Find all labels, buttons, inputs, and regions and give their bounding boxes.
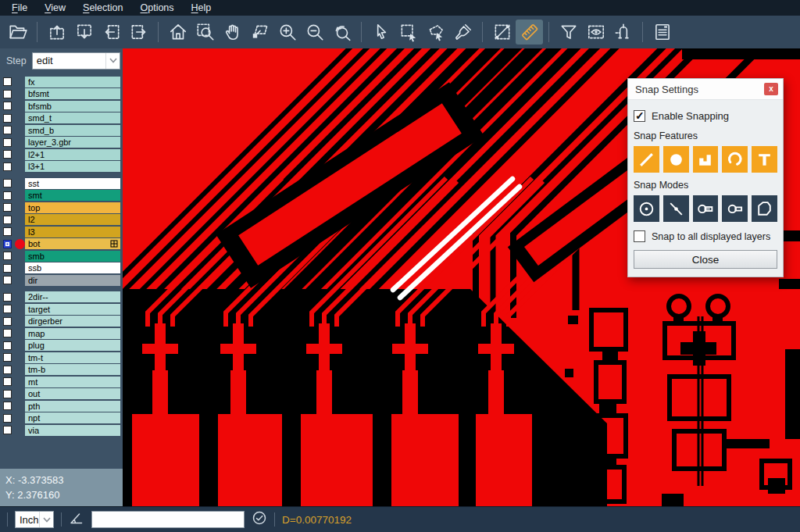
layer-row-ssb[interactable]: ssb: [0, 262, 123, 275]
pan-hand-button[interactable]: [219, 20, 246, 45]
snap-feature-text-button[interactable]: [752, 146, 777, 173]
move-view-button[interactable]: [246, 20, 273, 45]
pan-down-button[interactable]: [70, 20, 98, 45]
layer-row-l2+1[interactable]: l2+1: [0, 148, 123, 161]
layer-visibility-checkbox[interactable]: [3, 329, 12, 337]
layer-label[interactable]: bfsmt: [25, 88, 120, 99]
clean-brush-button[interactable]: [449, 20, 477, 45]
layer-label[interactable]: out: [25, 388, 120, 399]
layer-visibility-checkbox[interactable]: [3, 252, 12, 260]
layer-row-dirgerber[interactable]: dirgerber: [0, 316, 123, 328]
layer-row-via[interactable]: via: [0, 424, 123, 437]
snap-feature-line-button[interactable]: [634, 146, 659, 173]
layer-visibility-checkbox[interactable]: [3, 216, 12, 224]
layer-label[interactable]: bot: [25, 238, 120, 249]
measure-line-button[interactable]: [488, 20, 516, 45]
layer-row-dir[interactable]: dir: [0, 274, 123, 287]
pan-up-button[interactable]: [43, 20, 70, 45]
layer-label[interactable]: map: [25, 328, 120, 339]
layer-row-l3+1[interactable]: l3+1: [0, 161, 123, 173]
layer-visibility-checkbox[interactable]: [3, 414, 12, 423]
layer-label[interactable]: l3+1: [25, 161, 120, 172]
layer-row-plug[interactable]: plug: [0, 340, 123, 352]
layer-visibility-checkbox[interactable]: [3, 162, 12, 171]
layer-row-npt[interactable]: npt: [0, 412, 123, 425]
layer-row-sst[interactable]: sst: [0, 177, 123, 190]
layer-label[interactable]: dir: [25, 275, 120, 286]
layer-row-target[interactable]: target: [0, 303, 123, 316]
layer-row-2dir--[interactable]: 2dir--: [0, 291, 123, 304]
layer-label[interactable]: l3: [25, 227, 120, 237]
enable-snapping-checkbox[interactable]: [634, 110, 645, 122]
all-layers-checkbox[interactable]: [634, 230, 645, 242]
layer-label[interactable]: mt: [25, 377, 120, 387]
layer-row-pth[interactable]: pth: [0, 400, 123, 412]
layer-visibility-checkbox[interactable]: [3, 77, 12, 86]
layer-visibility-checkbox[interactable]: [3, 227, 12, 236]
layer-label[interactable]: via: [25, 425, 120, 436]
layer-label[interactable]: layer_3.gbr: [25, 137, 120, 148]
zoom-previous-button[interactable]: [328, 20, 355, 45]
snap-mode-line-point-button[interactable]: [663, 195, 689, 222]
layer-visibility-checkbox[interactable]: [3, 102, 12, 110]
open-file-button[interactable]: [4, 20, 31, 45]
layer-label[interactable]: ssb: [25, 262, 120, 273]
layer-label[interactable]: bfsmb: [25, 101, 120, 112]
layer-visibility-checkbox[interactable]: [3, 402, 12, 410]
snap-button[interactable]: [609, 20, 637, 45]
pan-right-button[interactable]: [125, 20, 152, 45]
layer-row-map[interactable]: map: [0, 327, 123, 340]
layer-row-smt[interactable]: smt: [0, 190, 123, 202]
layer-visibility-checkbox[interactable]: [3, 390, 12, 398]
layer-label[interactable]: l2+1: [25, 149, 120, 160]
layer-visibility-checkbox[interactable]: [3, 179, 12, 187]
home-view-button[interactable]: [164, 20, 191, 45]
layer-visibility-checkbox[interactable]: [3, 377, 12, 386]
layer-label[interactable]: smb: [25, 251, 120, 262]
report-button[interactable]: [648, 20, 676, 45]
ruler-button[interactable]: [516, 20, 543, 45]
layer-label[interactable]: l2: [25, 214, 120, 225]
snap-feature-pad-button[interactable]: [663, 146, 689, 173]
layer-row-tm-b[interactable]: tm-b: [0, 364, 123, 377]
dialog-title-bar[interactable]: Snap Settings x: [628, 79, 783, 100]
layer-label[interactable]: tm-t: [25, 352, 120, 363]
layer-visibility-checkbox[interactable]: [3, 203, 12, 212]
snap-mode-slot-right-button[interactable]: [722, 195, 748, 222]
layer-row-bfsmb[interactable]: bfsmb: [0, 100, 123, 112]
zoom-in-button[interactable]: [273, 20, 301, 45]
layer-visibility-checkbox[interactable]: [3, 264, 12, 273]
check-circle-icon[interactable]: [252, 510, 267, 529]
layer-row-l2[interactable]: l2: [0, 214, 123, 227]
layer-visibility-checkbox[interactable]: [3, 305, 12, 313]
layer-label[interactable]: sst: [25, 178, 120, 189]
snap-mode-slot-left-button[interactable]: [693, 195, 719, 222]
filter-button[interactable]: [555, 20, 582, 45]
menu-selection[interactable]: Selection: [74, 0, 131, 16]
layer-row-smb[interactable]: smb: [0, 250, 123, 262]
layer-label[interactable]: target: [25, 304, 120, 315]
layer-visibility-checkbox[interactable]: [3, 293, 12, 302]
layer-label[interactable]: pth: [25, 401, 120, 412]
layer-visibility-checkbox[interactable]: [3, 276, 12, 284]
layer-label[interactable]: smt: [25, 190, 120, 201]
layer-row-top[interactable]: top: [0, 202, 123, 214]
layer-visibility-checkbox[interactable]: [3, 341, 12, 350]
layer-row-bfsmt[interactable]: bfsmt: [0, 88, 123, 101]
layer-label[interactable]: fx: [25, 77, 120, 87]
layer-row-tm-t[interactable]: tm-t: [0, 352, 123, 364]
layer-label[interactable]: smd_b: [25, 125, 120, 136]
layer-row-out[interactable]: out: [0, 388, 123, 401]
layer-label[interactable]: top: [25, 202, 120, 213]
layer-row-mt[interactable]: mt: [0, 376, 123, 388]
layer-visibility-checkbox[interactable]: [3, 126, 12, 134]
layer-label[interactable]: tm-b: [25, 364, 120, 375]
snap-mode-center-button[interactable]: [634, 195, 659, 222]
layer-visibility-checkbox[interactable]: [3, 353, 12, 362]
layer-label[interactable]: smd_t: [25, 112, 120, 123]
snap-feature-arc-button[interactable]: [722, 146, 748, 173]
layer-row-smd_t[interactable]: smd_t: [0, 112, 123, 125]
layer-visibility-checkbox[interactable]: [3, 191, 12, 200]
layer-visibility-checkbox[interactable]: [3, 138, 12, 147]
pcb-canvas[interactable]: Snap Settings x Enable Snapping Snap Fea…: [123, 48, 800, 506]
